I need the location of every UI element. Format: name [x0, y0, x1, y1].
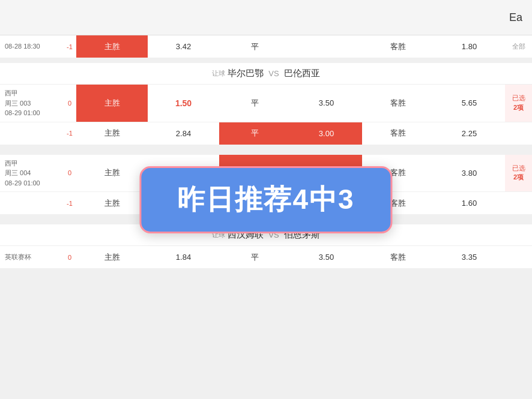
- match3-row1: 英联赛杯 0 主胜 1.84 平 3.50 客胜 3.35: [0, 246, 532, 269]
- match1-r2-left: [0, 122, 63, 145]
- match1-r2-away-odds: 2.25: [434, 122, 505, 145]
- top-partial-block: 08-28 18:30 -1 主胜 3.42 平 客胜 1.80 全部: [0, 35, 532, 58]
- partial-away[interactable]: 客胜: [362, 35, 434, 58]
- match1-away-team: 巴伦西亚: [284, 68, 320, 79]
- match2-info: 西甲 周三 004 08-29 01:00: [0, 155, 63, 192]
- match2-r2-right: [505, 192, 532, 214]
- spacer-2: [0, 150, 532, 155]
- partial-match-row: 08-28 18:30 -1 主胜 3.42 平 客胜 1.80 全部: [0, 35, 532, 58]
- overlay-banner[interactable]: 昨日推荐4中3: [139, 166, 392, 233]
- match2-r1-home[interactable]: 主胜: [76, 155, 148, 192]
- partial-handicap: -1: [63, 35, 76, 58]
- match1-r1-away[interactable]: 客胜: [362, 85, 434, 122]
- match3-r1-odds: 主胜 1.84 平 3.50 客胜 3.35: [76, 246, 505, 268]
- match3-r1-draw[interactable]: 平: [219, 246, 291, 268]
- spacer-1: [0, 58, 532, 63]
- match2-selected-badge: 已选 2项: [505, 155, 532, 192]
- match3-r1-home-odds: 1.84: [148, 246, 219, 268]
- match1-league: 西甲: [5, 88, 58, 98]
- match1-row2: -1 主胜 2.84 平 3.00 客胜 2.25: [0, 122, 532, 145]
- match1-r1-draw-odds: 3.50: [291, 85, 362, 122]
- match1-r1-draw[interactable]: 平: [219, 85, 291, 122]
- match3-info: 英联赛杯: [0, 246, 63, 268]
- partial-time: 08-28 18:30: [5, 41, 58, 52]
- page-wrapper: Ea 08-28 18:30 -1 主胜 3.42 平 客胜 1.80 全部: [0, 0, 532, 399]
- match3-r1-home[interactable]: 主胜: [76, 246, 148, 268]
- match1-r2-home[interactable]: 主胜: [76, 122, 148, 145]
- match1-r1-away-odds: 5.65: [434, 85, 505, 122]
- partial-draw-odds: [291, 35, 362, 58]
- match1-handicap-label: 让球: [212, 69, 225, 78]
- match1-r2-draw[interactable]: 平: [219, 122, 291, 145]
- match1-r2-odds: 主胜 2.84 平 3.00 客胜 2.25: [76, 122, 505, 145]
- partial-match-info: 08-28 18:30: [0, 35, 63, 58]
- match1-block: 让球 毕尔巴鄂 VS 巴伦西亚 西甲 周三 003 08-29 01:00 0 …: [0, 63, 532, 145]
- match1-r1-handicap: 0: [63, 85, 76, 122]
- match2-r2-handicap: -1: [63, 192, 76, 214]
- match3-r1-handicap: 0: [63, 246, 76, 268]
- match1-r2-handicap: -1: [63, 122, 76, 145]
- match1-info: 西甲 周三 003 08-29 01:00: [0, 85, 63, 122]
- partial-draw[interactable]: 平: [219, 35, 291, 58]
- match2-league: 西甲: [5, 158, 58, 169]
- partial-home-odds: 3.42: [148, 35, 219, 58]
- match3-r1-draw-odds: 3.50: [291, 246, 362, 268]
- top-bar-label: Ea: [509, 11, 522, 24]
- match3-r1-away[interactable]: 客胜: [362, 246, 434, 268]
- match3-r1-away-odds: 3.35: [434, 246, 505, 268]
- match1-r2-away[interactable]: 客胜: [362, 122, 434, 145]
- match2-r1-handicap: 0: [63, 155, 76, 192]
- partial-home[interactable]: 主胜: [76, 35, 148, 58]
- match2-r1-away-odds: 3.80: [434, 155, 505, 192]
- partial-away-odds: 1.80: [434, 35, 505, 58]
- match1-home-team: 毕尔巴鄂: [228, 68, 264, 79]
- overlay-banner-text: 昨日推荐4中3: [177, 184, 354, 215]
- partial-right-tag: 全部: [505, 35, 532, 58]
- match1-r2-right: [505, 122, 532, 145]
- match2-r2-away-odds: 1.60: [434, 192, 505, 214]
- match1-vs: VS: [268, 69, 279, 78]
- match3-league: 英联赛杯: [5, 252, 58, 262]
- match1-title: 让球 毕尔巴鄂 VS 巴伦西亚: [0, 63, 532, 85]
- match1-date: 08-29 01:00: [5, 108, 58, 118]
- match1-row1: 西甲 周三 003 08-29 01:00 0 主胜 1.50 平 3.50 客…: [0, 85, 532, 122]
- match1-r1-home[interactable]: 主胜: [76, 85, 148, 122]
- match2-date: 08-29 01:00: [5, 178, 58, 188]
- partial-odds-area: 主胜 3.42 平 客胜 1.80: [76, 35, 505, 58]
- match3-r1-right: [505, 246, 532, 268]
- match2-r2-home[interactable]: 主胜: [76, 192, 148, 214]
- match1-selected-badge: 已选 2项: [505, 85, 532, 122]
- match2-r2-left: [0, 192, 63, 214]
- top-bar: Ea: [0, 0, 532, 35]
- match1-r1-odds: 主胜 1.50 平 3.50 客胜 5.65: [76, 85, 505, 122]
- match1-weekday: 周三 003: [5, 98, 58, 109]
- match1-r2-home-odds: 2.84: [148, 122, 219, 145]
- match1-r2-draw-odds: 3.00: [291, 122, 362, 145]
- match2-weekday: 周三 004: [5, 168, 58, 178]
- match1-r1-home-odds: 1.50: [148, 85, 219, 122]
